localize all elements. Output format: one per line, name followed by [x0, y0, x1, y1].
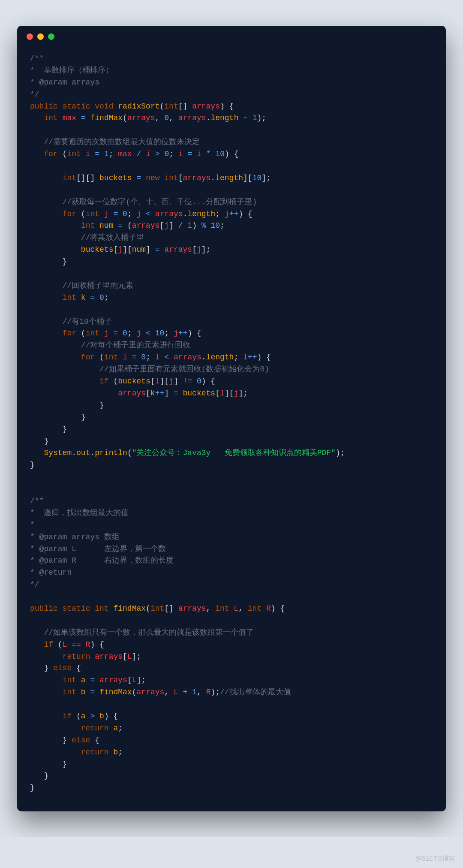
- kw-new: new: [146, 174, 159, 182]
- num-1: 1: [192, 688, 197, 696]
- num-1: 1: [104, 150, 109, 158]
- kw-for: for: [81, 353, 95, 362]
- doc-line: * @param arrays 数组: [30, 533, 120, 541]
- kw-return: return: [63, 652, 90, 661]
- type-int: int: [86, 210, 99, 218]
- op-inc: ++: [178, 329, 188, 338]
- var-j: j: [234, 389, 238, 398]
- var-i: i: [197, 150, 201, 158]
- param-l: L: [234, 604, 238, 613]
- kw-for: for: [63, 210, 76, 218]
- op-assign: =: [81, 114, 86, 122]
- var-l: l: [243, 353, 248, 362]
- fn-radixsort: radixSort: [118, 102, 159, 111]
- type-int: int: [164, 102, 178, 111]
- close-icon[interactable]: [27, 33, 33, 40]
- kw-if: if: [63, 712, 72, 720]
- comment: //将其放入桶子里: [81, 233, 144, 242]
- op-mul: *: [206, 150, 211, 158]
- kw-return: return: [81, 724, 109, 732]
- var-a: a: [81, 712, 86, 720]
- type-int: int: [248, 604, 262, 613]
- doc-line: * @return: [30, 568, 72, 577]
- arg-arrays: arrays: [99, 676, 127, 684]
- kw-for: for: [63, 329, 76, 338]
- var-b: b: [113, 748, 118, 756]
- var-i: i: [187, 221, 192, 230]
- arg-arrays: arrays: [178, 114, 206, 122]
- arg-arrays: arrays: [127, 114, 155, 122]
- var-buckets: buckets: [118, 377, 150, 386]
- kw-void: void: [95, 102, 113, 111]
- op-gt: >: [90, 712, 95, 720]
- var-buckets: buckets: [99, 174, 132, 182]
- param-arrays: arrays: [192, 102, 220, 111]
- op-lt: <: [146, 210, 150, 218]
- param-r: R: [266, 604, 271, 613]
- arg-arrays: arrays: [183, 174, 211, 182]
- num-0: 0: [123, 210, 127, 218]
- type-int: int: [150, 604, 164, 613]
- arg-arrays: arrays: [174, 353, 201, 362]
- op-assign: =: [118, 221, 123, 230]
- type-int: int: [63, 174, 76, 182]
- type-int: int: [67, 150, 81, 158]
- var-b: b: [99, 712, 104, 720]
- type-int: int: [215, 604, 229, 613]
- arg-arrays: arrays: [155, 210, 183, 218]
- kw-for: for: [44, 150, 57, 158]
- minimize-icon[interactable]: [37, 33, 44, 40]
- arg-arrays: arrays: [118, 389, 146, 398]
- op-lt: <: [146, 329, 150, 338]
- op-assign: =: [174, 389, 178, 398]
- arg-arrays: arrays: [137, 688, 165, 696]
- doc-line: * @param arrays: [30, 78, 99, 87]
- var-j: j: [118, 245, 123, 254]
- var-j: j: [104, 210, 109, 218]
- kw-return: return: [81, 748, 109, 756]
- num-10: 10: [215, 150, 225, 158]
- doc-line: /**: [30, 497, 44, 505]
- type-int: int: [63, 688, 76, 696]
- comment: //需要遍历的次数由数组最大值的位数来决定: [44, 138, 200, 146]
- var-i: i: [178, 150, 183, 158]
- op-div: /: [178, 221, 183, 230]
- fn-findmax: findMax: [113, 604, 146, 613]
- op-assign: =: [155, 245, 160, 254]
- type-int: int: [86, 329, 99, 338]
- var-r: R: [206, 688, 211, 696]
- var-l: l: [123, 353, 127, 362]
- arg-arrays: arrays: [164, 245, 192, 254]
- doc-line: *: [30, 521, 35, 529]
- op-assign: =: [90, 293, 95, 302]
- var-j: j: [225, 210, 229, 218]
- var-num: num: [99, 221, 113, 230]
- type-int: int: [81, 221, 95, 230]
- op-inc: ++: [248, 353, 257, 362]
- var-l: l: [220, 389, 225, 398]
- var-j: j: [164, 221, 169, 230]
- type-int: int: [44, 114, 57, 122]
- op-mod: %: [201, 221, 206, 230]
- var-j: j: [197, 245, 201, 254]
- type-int: int: [164, 174, 178, 182]
- op-eq: ==: [72, 640, 81, 649]
- var-j: j: [169, 377, 174, 386]
- prop-length: length: [206, 353, 234, 362]
- code-editor: /** * 基数排序（桶排序） * @param arrays */ publi…: [17, 40, 446, 811]
- num-10: 10: [210, 221, 220, 230]
- doc-line: * 基数排序（桶排序）: [30, 66, 113, 75]
- var-r: R: [86, 640, 90, 649]
- var-l: L: [127, 652, 132, 661]
- doc-line: */: [30, 580, 39, 589]
- num-0: 0: [99, 293, 104, 302]
- maximize-icon[interactable]: [48, 33, 54, 40]
- op-assign: =: [136, 174, 141, 182]
- var-j: j: [174, 329, 178, 338]
- kw-static: static: [63, 604, 90, 613]
- var-k: k: [150, 389, 155, 398]
- kw-public: public: [30, 102, 58, 111]
- num-10: 10: [155, 329, 165, 338]
- op-div: /: [137, 150, 141, 158]
- arg-arrays: arrays: [132, 221, 160, 230]
